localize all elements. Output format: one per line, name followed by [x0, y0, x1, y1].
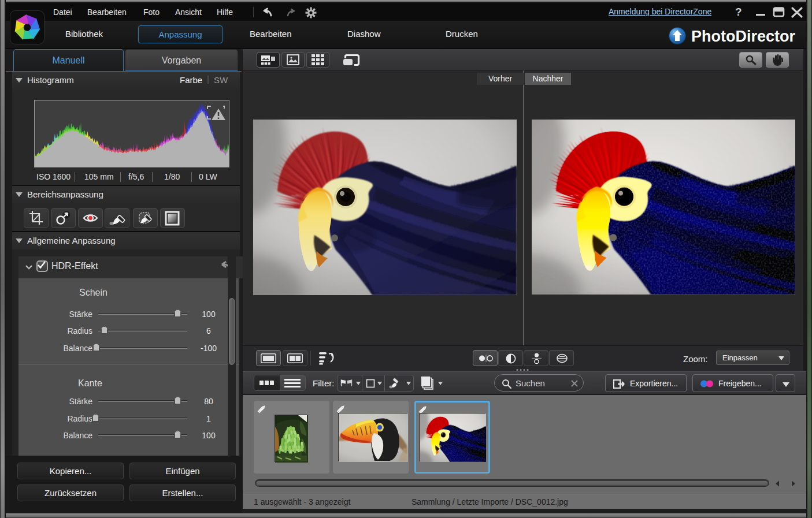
svg-text:PhotoDirector: PhotoDirector [691, 28, 796, 45]
svg-text:?: ? [735, 6, 742, 18]
